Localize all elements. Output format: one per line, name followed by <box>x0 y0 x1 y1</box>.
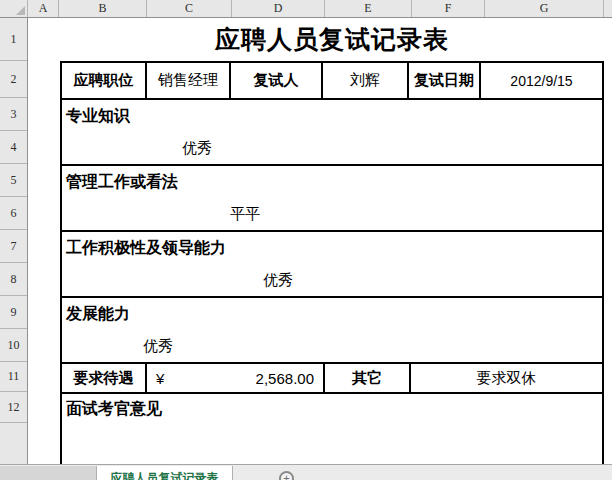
position-value-cell[interactable]: 销售经理 <box>147 63 231 98</box>
col-header-a[interactable]: A <box>28 0 59 17</box>
row-header-11[interactable]: 11 <box>0 362 27 392</box>
row-header-1[interactable]: 1 <box>0 18 27 61</box>
other-value-cell[interactable]: 要求双休 <box>411 364 602 392</box>
section-knowledge-label-cell[interactable]: 专业知识 <box>62 100 602 133</box>
date-label-cell[interactable]: 复试日期 <box>409 63 481 98</box>
column-header-row: A B C D E F G <box>0 0 612 18</box>
row-header-5[interactable]: 5 <box>0 164 27 197</box>
row-header-blank[interactable] <box>0 423 27 464</box>
table-row: 应聘职位 销售经理 复试人 刘辉 复试日期 2012/9/15 <box>62 63 602 100</box>
row-header-6[interactable]: 6 <box>0 197 27 230</box>
section-development-value-cell[interactable]: 优秀 <box>62 331 602 364</box>
col-header-b[interactable]: B <box>59 0 147 17</box>
table-row: 面试考官意见 <box>62 394 602 464</box>
salary-amount-cell[interactable]: ¥ 2,568.00 <box>147 364 325 392</box>
row-header-3[interactable]: 3 <box>0 98 27 131</box>
section-development-label-cell[interactable]: 发展能力 <box>62 298 602 331</box>
row-header-12[interactable]: 12 <box>0 392 27 423</box>
col-header-c[interactable]: C <box>147 0 232 17</box>
salary-label-cell[interactable]: 要求待遇 <box>62 364 147 392</box>
spreadsheet-window: A B C D E F G 1 2 3 4 5 6 7 8 9 10 11 12… <box>0 0 612 480</box>
sheet-tab-bar: 应聘人员复试记录表 + <box>0 464 612 480</box>
select-all-corner[interactable] <box>0 0 28 17</box>
examiner-opinion-label-cell[interactable]: 面试考官意见 <box>62 394 602 424</box>
form-title-cell[interactable]: 应聘人员复试记录表 <box>60 18 604 61</box>
col-header-h-partial[interactable] <box>604 0 612 17</box>
other-label-cell[interactable]: 其它 <box>325 364 411 392</box>
tab-scroll-buttons-area[interactable] <box>0 466 96 480</box>
section-management-label-cell[interactable]: 管理工作或看法 <box>62 166 602 199</box>
section-initiative-label-cell[interactable]: 工作积极性及领导能力 <box>62 232 602 265</box>
section-knowledge-value-cell[interactable]: 优秀 <box>62 133 602 166</box>
row-header-8[interactable]: 8 <box>0 263 27 296</box>
col-header-e[interactable]: E <box>325 0 412 17</box>
sheet-tab-active[interactable]: 应聘人员复试记录表 <box>96 466 233 480</box>
currency-symbol: ¥ <box>156 370 164 387</box>
col-header-d[interactable]: D <box>232 0 325 17</box>
date-value-cell[interactable]: 2012/9/15 <box>481 63 602 98</box>
table-row: 要求待遇 ¥ 2,568.00 其它 要求双休 <box>62 364 602 394</box>
add-sheet-icon[interactable]: + <box>279 471 294 480</box>
row-header-4[interactable]: 4 <box>0 131 27 164</box>
interview-record-table: 应聘职位 销售经理 复试人 刘辉 复试日期 2012/9/15 专业知识 优秀 … <box>60 61 604 464</box>
section-management-value-cell[interactable]: 平平 <box>62 199 602 232</box>
row-header-2[interactable]: 2 <box>0 61 27 98</box>
interviewer-label-cell[interactable]: 复试人 <box>231 63 323 98</box>
select-all-triangle-icon <box>16 6 25 15</box>
row-header-9[interactable]: 9 <box>0 296 27 329</box>
salary-amount: 2,568.00 <box>256 370 314 387</box>
row-header-7[interactable]: 7 <box>0 230 27 263</box>
position-label-cell[interactable]: 应聘职位 <box>62 63 147 98</box>
row-header-10[interactable]: 10 <box>0 329 27 362</box>
section-initiative-value-cell[interactable]: 优秀 <box>62 265 602 298</box>
col-header-f[interactable]: F <box>412 0 485 17</box>
interviewer-value-cell[interactable]: 刘辉 <box>323 63 409 98</box>
row-header-column: 1 2 3 4 5 6 7 8 9 10 11 12 <box>0 18 28 464</box>
col-header-g[interactable]: G <box>485 0 604 17</box>
